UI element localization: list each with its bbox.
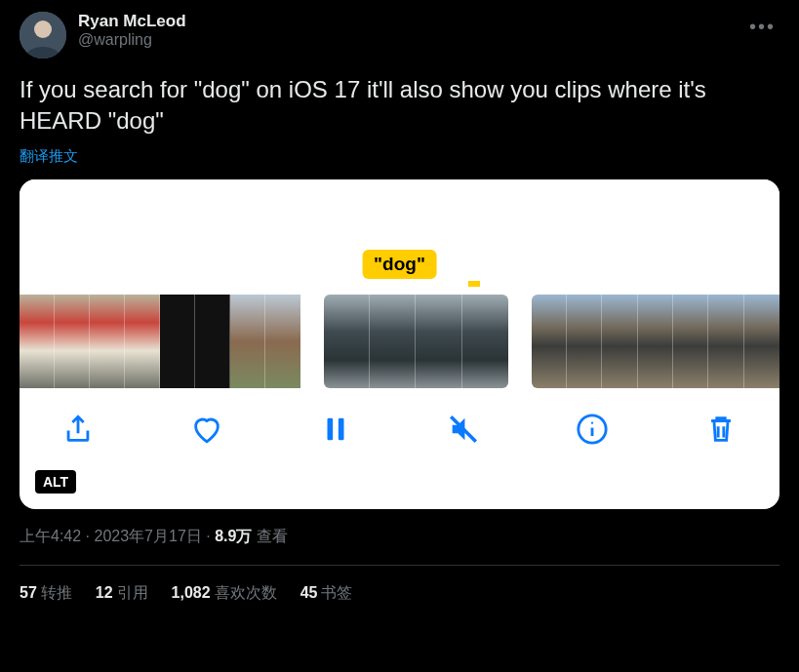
retweets-label: 转推 xyxy=(41,584,72,601)
search-term-chip: "dog" xyxy=(362,250,437,279)
video-filmstrip[interactable] xyxy=(20,295,779,388)
quotes-count: 12 xyxy=(96,584,113,601)
svg-rect-3 xyxy=(338,417,343,440)
clip-thumbnail[interactable] xyxy=(324,295,508,388)
bookmarks-label: 书签 xyxy=(321,584,352,601)
bookmarks-stat[interactable]: 45书签 xyxy=(300,583,353,604)
media-attachment[interactable]: "dog" xyxy=(20,179,779,509)
playhead-marker xyxy=(468,281,480,287)
author-block[interactable]: Ryan McLeod @warpling xyxy=(78,12,734,49)
tweet-date[interactable]: 2023年7月17日 xyxy=(94,528,201,544)
tweet-time[interactable]: 上午4:42 xyxy=(20,528,81,544)
retweets-stat[interactable]: 57转推 xyxy=(20,583,72,604)
share-icon[interactable] xyxy=(59,410,98,449)
media-whitespace: "dog" xyxy=(20,179,779,281)
clip-thumbnail[interactable] xyxy=(20,295,300,388)
retweets-count: 57 xyxy=(20,584,37,601)
likes-stat[interactable]: 1,082喜欢次数 xyxy=(172,583,277,604)
mute-icon[interactable] xyxy=(444,410,483,449)
likes-count: 1,082 xyxy=(172,584,211,601)
views-count: 8.9万 xyxy=(215,528,252,544)
svg-point-1 xyxy=(34,20,52,38)
views-label: 查看 xyxy=(257,528,288,544)
info-icon[interactable] xyxy=(573,410,612,449)
bookmarks-count: 45 xyxy=(300,584,318,601)
clip-thumbnail[interactable] xyxy=(532,295,779,388)
more-button[interactable]: ••• xyxy=(745,12,779,42)
trash-icon[interactable] xyxy=(701,410,740,449)
tweet-stats: 57转推 12引用 1,082喜欢次数 45书签 xyxy=(20,566,779,604)
heart-icon[interactable] xyxy=(187,410,226,449)
svg-rect-2 xyxy=(327,417,333,440)
translate-link[interactable]: 翻译推文 xyxy=(20,147,78,166)
alt-badge[interactable]: ALT xyxy=(35,470,76,494)
quotes-label: 引用 xyxy=(117,584,148,601)
display-name: Ryan McLeod xyxy=(78,12,734,31)
handle: @warpling xyxy=(78,31,734,49)
avatar[interactable] xyxy=(20,12,66,59)
likes-label: 喜欢次数 xyxy=(215,584,277,601)
tweet-body: If you search for "dog" on iOS 17 it'll … xyxy=(20,74,779,138)
tweet-container: Ryan McLeod @warpling ••• If you search … xyxy=(0,0,799,604)
quotes-stat[interactable]: 12引用 xyxy=(96,583,148,604)
tweet-meta: 上午4:42 · 2023年7月17日 · 8.9万 查看 xyxy=(20,527,779,547)
svg-point-7 xyxy=(591,421,593,423)
tweet-header: Ryan McLeod @warpling ••• xyxy=(20,12,779,59)
pause-icon[interactable] xyxy=(316,410,355,449)
media-toolbar xyxy=(20,388,779,449)
